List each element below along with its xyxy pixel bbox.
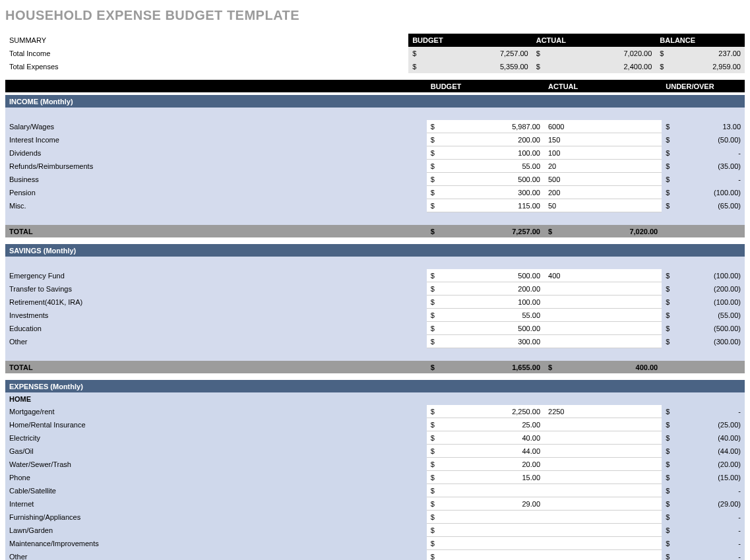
- under-over-cell: (29.00): [670, 497, 745, 511]
- actual-cell[interactable]: 50: [544, 199, 552, 212]
- budget-cell[interactable]: 100.00: [435, 296, 544, 309]
- actual-cell[interactable]: [544, 550, 552, 561]
- budget-cell[interactable]: [435, 484, 544, 497]
- actual-cell[interactable]: 6000: [544, 120, 552, 133]
- budget-cell[interactable]: [435, 537, 544, 550]
- actual-cell[interactable]: 400: [544, 269, 552, 282]
- budget-cell[interactable]: 300.00: [435, 186, 544, 199]
- budget-cell[interactable]: 500.00: [435, 322, 544, 335]
- under-over-cell: (20.00): [670, 458, 745, 471]
- expenses-title: EXPENSES (Monthly): [5, 380, 745, 392]
- budget-cell[interactable]: 15.00: [435, 471, 544, 484]
- row-label: Internet: [5, 497, 427, 511]
- income-section: INCOME (Monthly) Salary/Wages$5,987.0060…: [5, 95, 745, 237]
- actual-cell[interactable]: 150: [544, 133, 552, 146]
- summary-value: 5,359.00: [425, 60, 532, 73]
- table-row: Emergency Fund$500.00400$(100.00): [5, 269, 745, 282]
- summary-row-label: Total Income: [5, 47, 408, 60]
- actual-cell[interactable]: 500: [544, 173, 552, 186]
- actual-cell[interactable]: [544, 309, 552, 322]
- under-over-cell: -: [670, 173, 745, 186]
- row-label: Misc.: [5, 199, 427, 212]
- actual-cell[interactable]: [544, 537, 552, 550]
- actual-cell[interactable]: 2250: [544, 405, 552, 418]
- budget-cell[interactable]: 100.00: [435, 146, 544, 160]
- home-subcat: HOME: [5, 392, 745, 405]
- actual-cell[interactable]: [544, 484, 552, 497]
- budget-cell[interactable]: 115.00: [435, 199, 544, 212]
- page-title: HOUSEHOLD EXPENSE BUDGET TEMPLATE: [5, 8, 745, 23]
- budget-cell[interactable]: 5,987.00: [435, 120, 544, 133]
- table-row: Lawn/Garden$$-: [5, 524, 745, 537]
- actual-cell[interactable]: [544, 296, 552, 309]
- table-row: Home/Rental Insurance$25.00$(25.00): [5, 418, 745, 431]
- row-label: Education: [5, 322, 427, 335]
- budget-cell[interactable]: 300.00: [435, 335, 544, 348]
- summary-head-balance: BALANCE: [656, 34, 745, 47]
- under-over-cell: -: [670, 550, 745, 561]
- actual-cell[interactable]: 200: [544, 186, 552, 199]
- row-label: Other: [5, 335, 427, 348]
- actual-cell[interactable]: [544, 511, 552, 524]
- table-row: Mortgage/rent$2,250.002250$-: [5, 405, 745, 418]
- row-label: Gas/Oil: [5, 445, 427, 458]
- budget-cell[interactable]: 29.00: [435, 497, 544, 511]
- budget-cell[interactable]: 55.00: [435, 309, 544, 322]
- summary-head-actual: ACTUAL: [532, 34, 656, 47]
- actual-cell[interactable]: [544, 497, 552, 511]
- budget-cell[interactable]: [435, 550, 544, 561]
- table-row: Transfer to Savings$200.00$(200.00): [5, 282, 745, 296]
- savings-title: SAVINGS (Monthly): [5, 244, 745, 257]
- table-row: Other$$-: [5, 550, 745, 561]
- actual-cell[interactable]: [544, 282, 552, 296]
- head-budget: BUDGET: [427, 80, 544, 92]
- budget-cell[interactable]: [435, 511, 544, 524]
- actual-cell[interactable]: [544, 458, 552, 471]
- budget-cell[interactable]: [435, 524, 544, 537]
- row-label: Salary/Wages: [5, 120, 427, 133]
- income-title: INCOME (Monthly): [5, 95, 745, 108]
- budget-cell[interactable]: 44.00: [435, 445, 544, 458]
- under-over-cell: (200.00): [670, 282, 745, 296]
- savings-section: SAVINGS (Monthly) Emergency Fund$500.004…: [5, 244, 745, 373]
- actual-cell[interactable]: [544, 418, 552, 431]
- budget-cell[interactable]: 500.00: [435, 173, 544, 186]
- under-over-cell: 13.00: [670, 120, 745, 133]
- row-label: Water/Sewer/Trash: [5, 458, 427, 471]
- table-row: Internet$29.00$(29.00): [5, 497, 745, 511]
- budget-cell[interactable]: 40.00: [435, 431, 544, 445]
- actual-cell[interactable]: [544, 445, 552, 458]
- under-over-cell: (500.00): [670, 322, 745, 335]
- budget-cell[interactable]: 20.00: [435, 458, 544, 471]
- actual-cell[interactable]: 20: [544, 160, 552, 173]
- budget-cell[interactable]: 200.00: [435, 282, 544, 296]
- actual-cell[interactable]: [544, 524, 552, 537]
- table-row: Retirement(401K, IRA)$100.00$(100.00): [5, 296, 745, 309]
- budget-cell[interactable]: 2,250.00: [435, 405, 544, 418]
- table-row: Education$500.00$(500.00): [5, 322, 745, 335]
- table-row: Pension$300.00200$(100.00): [5, 186, 745, 199]
- main-column-head: BUDGET ACTUAL UNDER/OVER: [5, 80, 745, 92]
- budget-cell[interactable]: 200.00: [435, 133, 544, 146]
- actual-cell[interactable]: [544, 335, 552, 348]
- table-row: Water/Sewer/Trash$20.00$(20.00): [5, 458, 745, 471]
- summary-value: 2,959.00: [672, 60, 745, 73]
- under-over-cell: (100.00): [670, 269, 745, 282]
- budget-cell[interactable]: 55.00: [435, 160, 544, 173]
- expenses-section: EXPENSES (Monthly) HOME Mortgage/rent$2,…: [5, 380, 745, 560]
- row-label: Business: [5, 173, 427, 186]
- actual-cell[interactable]: 100: [544, 146, 552, 160]
- under-over-cell: -: [670, 484, 745, 497]
- budget-cell[interactable]: 500.00: [435, 269, 544, 282]
- actual-cell[interactable]: [544, 322, 552, 335]
- summary-row-label: Total Expenses: [5, 60, 408, 73]
- row-label: Refunds/Reimbursements: [5, 160, 427, 173]
- row-label: Emergency Fund: [5, 269, 427, 282]
- table-row: Maintenance/Improvements$$-: [5, 537, 745, 550]
- under-over-cell: -: [670, 146, 745, 160]
- actual-cell[interactable]: [544, 431, 552, 445]
- under-over-cell: -: [670, 524, 745, 537]
- row-label: Mortgage/rent: [5, 405, 427, 418]
- budget-cell[interactable]: 25.00: [435, 418, 544, 431]
- actual-cell[interactable]: [544, 471, 552, 484]
